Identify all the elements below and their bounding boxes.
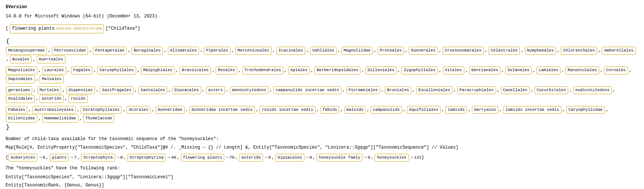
taxa-tag[interactable]: Dilleniidae <box>6 115 37 123</box>
comma: , <box>613 87 616 94</box>
taxa-tag[interactable]: campanulids <box>371 106 402 114</box>
taxa-tag[interactable]: asterids <box>40 95 64 103</box>
taxa-tag[interactable]: rosids <box>68 95 88 103</box>
taxa-tag[interactable]: Rosales <box>216 66 237 74</box>
taxa-tag[interactable]: campanulids incertae sedis <box>273 86 341 94</box>
taxa-tag[interactable]: Huerteales <box>37 56 65 64</box>
taxa-tag[interactable]: Thymelaceae <box>83 115 115 123</box>
comma: , <box>412 87 415 94</box>
taxa-tag[interactable]: Santalales <box>138 86 167 94</box>
taxa-tag[interactable]: Fagales <box>71 66 92 74</box>
taxa-tag[interactable]: Petrosaviidae <box>52 47 88 55</box>
taxa-tag[interactable]: asters <box>206 86 225 94</box>
taxa-tag[interactable]: Caryophyllidae <box>566 106 605 114</box>
taxa-tag[interactable]: Pentapetalae <box>93 47 127 55</box>
taxa-tag[interactable]: Hamamelididae <box>42 115 78 123</box>
taxa-tag[interactable]: Boraginales <box>132 47 163 55</box>
taxa-tag[interactable]: Solanales <box>505 66 532 74</box>
taxa-tag[interactable]: monocotyledons <box>230 86 269 94</box>
taxa-tag[interactable]: Trochodendrales <box>242 66 283 74</box>
result-key-tag[interactable]: Streptophytina <box>127 154 166 162</box>
comma: , <box>28 106 31 113</box>
taxa-tag[interactable]: Sapindales <box>6 75 35 83</box>
taxa-tag[interactable]: Icacinales <box>276 47 305 55</box>
taxa-tag[interactable]: Mesangiospermae <box>6 47 47 55</box>
taxa-tag[interactable]: lamiids <box>445 106 467 114</box>
result-key-tag[interactable]: Dipsacales <box>276 154 304 162</box>
taxa-tag[interactable]: Picramniales <box>346 86 380 94</box>
comma: , <box>361 67 364 74</box>
taxa-tag[interactable]: Saxifragales <box>100 86 134 94</box>
taxa-tag[interactable]: Myrtales <box>37 86 61 94</box>
result-item: flowering plants → 76 <box>181 153 235 162</box>
tag-main-label: flowering plants <box>12 25 54 32</box>
taxa-tag[interactable]: fabids <box>320 106 340 114</box>
taxa-tag[interactable]: Gunnerales <box>409 47 438 55</box>
taxa-tag[interactable]: Magnoliales <box>6 66 37 74</box>
taxa-tag[interactable]: Malpighiales <box>141 66 175 74</box>
taxa-tag[interactable]: Aquifoliales <box>407 106 441 114</box>
taxa-tag[interactable]: Canellales <box>501 86 530 94</box>
taxa-tag[interactable]: Laurales <box>42 66 66 74</box>
taxa-tag[interactable]: malvids <box>344 106 366 114</box>
taxa-tag[interactable]: Alismatales <box>168 47 199 55</box>
taxa-tag[interactable]: rosids incertae sedis <box>260 106 316 114</box>
taxa-tag[interactable]: Piperales <box>204 47 230 55</box>
comma: , <box>317 106 319 113</box>
taxa-tag[interactable]: Gunneridae incertae sedis <box>189 106 255 114</box>
result-key-tag[interactable]: asterids <box>239 154 263 162</box>
taxa-tag[interactable]: Nymphaeales <box>525 47 556 55</box>
result-key-tag[interactable]: flowering plants <box>181 154 225 162</box>
taxa-tag[interactable]: Zygophyllales <box>401 66 438 74</box>
taxa-tag[interactable]: eudicotyledons <box>573 86 611 94</box>
taxa-tag[interactable]: Cucurbitales <box>535 86 568 94</box>
taxa-tag[interactable]: Berberidopsidales <box>314 66 360 74</box>
taxa-tag[interactable]: Vitales <box>443 66 464 74</box>
taxa-tag[interactable]: Dipsacales <box>172 86 201 94</box>
taxa-tag[interactable]: Paracryphiales <box>457 86 496 94</box>
rank-desc: The "honeysuckles" have the following ra… <box>6 165 638 172</box>
result-key-tag[interactable]: honeysuckle famly <box>317 154 363 162</box>
comma: , <box>563 106 565 113</box>
taxa-tag[interactable]: Gunneridae <box>156 106 185 114</box>
taxa-tag[interactable]: Dilleniales <box>365 66 397 74</box>
taxa-tag[interactable]: Garryales <box>472 106 498 114</box>
taxa-tag[interactable]: Magnoliidae <box>341 47 373 55</box>
taxa-tag[interactable]: Austrobaileyales <box>32 106 76 114</box>
taxa-tag[interactable]: Caryophyllales <box>97 66 136 74</box>
taxa-tag[interactable]: Lamiales <box>536 66 560 74</box>
open-brace-result: { <box>6 154 8 161</box>
taxa-tag[interactable]: Amborellales <box>602 47 635 55</box>
taxa-tag[interactable]: Brassicales <box>179 66 211 74</box>
taxa-tag[interactable]: Fabales <box>6 106 27 114</box>
taxa-tag[interactable]: Ranunculales <box>565 66 599 74</box>
taxa-tag[interactable]: Escalloniales <box>416 86 452 94</box>
result-key-tag[interactable]: honeysuckles <box>375 154 408 162</box>
result-key-tag[interactable]: Streptophyta <box>81 154 115 162</box>
taxa-tag[interactable]: Proteales <box>378 47 404 55</box>
comma: , <box>89 47 92 54</box>
taxa-tag[interactable]: Gentianales <box>469 66 500 74</box>
taxa-tag[interactable]: Apiales <box>288 66 310 74</box>
taxa-tag[interactable]: Chloranthales <box>561 47 597 55</box>
result-value: 0 <box>43 154 45 161</box>
taxa-tag[interactable]: Celastrales <box>489 47 520 55</box>
taxa-tag[interactable]: Cornales <box>604 66 628 74</box>
comma: , <box>235 154 238 161</box>
taxa-tag[interactable]: geraniums <box>6 86 32 94</box>
taxa-tag[interactable]: Buxales <box>10 56 31 64</box>
taxa-tag[interactable]: Acorales <box>127 106 151 114</box>
result-key-tag[interactable]: plants <box>50 154 69 162</box>
taxa-tag[interactable]: Ceratophyllales <box>81 106 122 114</box>
taxa-tag[interactable]: Malvales <box>40 75 64 83</box>
taxa-tag[interactable]: Crossosomatales <box>443 47 484 55</box>
taxa-tag[interactable]: Vahliales <box>310 47 336 55</box>
taxa-tag[interactable]: Bruniales <box>385 86 411 94</box>
result-key-tag[interactable]: eukaryotes <box>9 154 37 162</box>
taxa-tag[interactable]: diapensias <box>66 86 95 94</box>
taxa-tag[interactable]: Oxalidales <box>6 95 35 103</box>
taxa-tag[interactable]: lamiids incertae sedis <box>503 106 561 114</box>
result-value: 76 <box>229 154 235 161</box>
flowering-plants-tag[interactable]: flowering plants SPECIES SPECIFICATION <box>10 24 104 33</box>
taxa-tag[interactable]: Metteniusales <box>235 47 272 55</box>
